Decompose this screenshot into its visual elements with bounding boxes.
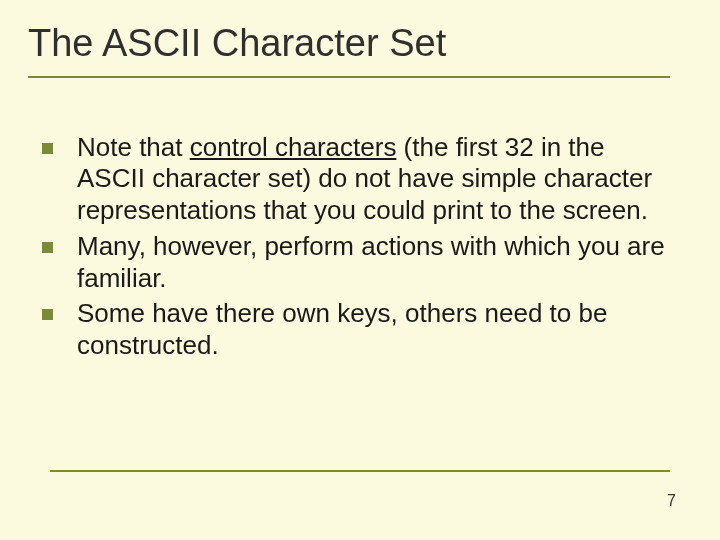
page-number: 7	[667, 492, 676, 510]
slide-title: The ASCII Character Set	[28, 22, 670, 78]
bullet-text: Many, however, perform actions with whic…	[77, 231, 670, 294]
text-run: Many, however, perform actions with whic…	[77, 231, 665, 293]
footer-divider	[50, 470, 670, 472]
list-item: Some have there own keys, others need to…	[28, 298, 670, 361]
square-bullet-icon	[42, 143, 53, 154]
text-run: Some have there own keys, others need to…	[77, 298, 607, 360]
slide-body: Note that control characters (the first …	[28, 132, 670, 362]
text-run: Note that	[77, 132, 190, 162]
list-item: Note that control characters (the first …	[28, 132, 670, 227]
bullet-text: Some have there own keys, others need to…	[77, 298, 670, 361]
square-bullet-icon	[42, 242, 53, 253]
underlined-term: control characters	[190, 132, 397, 162]
square-bullet-icon	[42, 309, 53, 320]
list-item: Many, however, perform actions with whic…	[28, 231, 670, 294]
slide: The ASCII Character Set Note that contro…	[0, 0, 720, 540]
bullet-text: Note that control characters (the first …	[77, 132, 670, 227]
